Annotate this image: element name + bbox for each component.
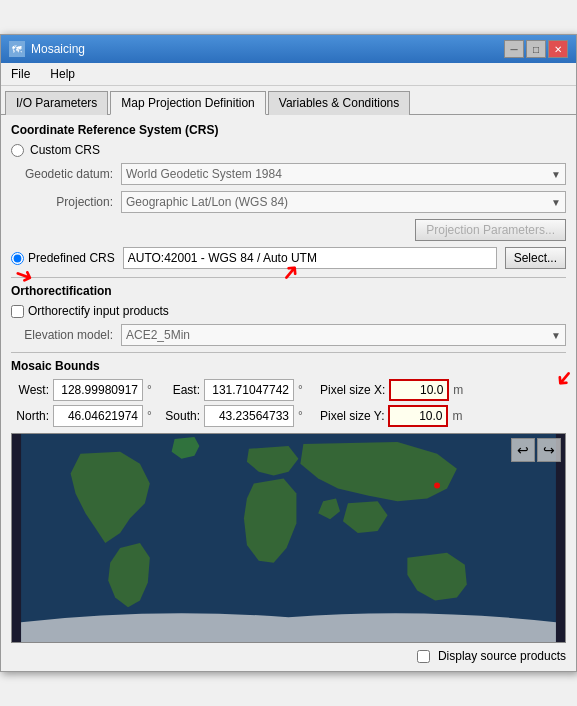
bounds-row-1: West: 128.99980917 ° East: 131.71047742 … [11, 379, 566, 401]
north-label: North: [11, 409, 49, 423]
south-input[interactable]: 43.23564733 [204, 405, 294, 427]
map-container: ↩ ↪ [11, 433, 566, 643]
pixel-y-input[interactable]: 10.0 [388, 405, 448, 427]
map-redo-button[interactable]: ↪ [537, 438, 561, 462]
west-input[interactable]: 128.99980917 [53, 379, 143, 401]
elevation-label: Elevation model: [11, 328, 121, 342]
predefined-crs-input[interactable]: AUTO:42001 - WGS 84 / Auto UTM [123, 247, 497, 269]
orthorectify-checkbox[interactable] [11, 305, 24, 318]
geodetic-value: World Geodetic System 1984 [126, 167, 282, 181]
north-unit: ° [147, 409, 161, 423]
mosaic-bounds-label: Mosaic Bounds [11, 359, 566, 373]
proj-params-row: Projection Parameters... [11, 219, 566, 241]
orthorectify-label: Orthorectify input products [28, 304, 169, 318]
map-nav-buttons: ↩ ↪ [511, 438, 561, 462]
select-button[interactable]: Select... [505, 247, 566, 269]
elevation-dropdown[interactable]: ACE2_5Min ▼ [121, 324, 566, 346]
custom-crs-radio[interactable] [11, 144, 24, 157]
crs-section-label: Coordinate Reference System (CRS) [11, 123, 566, 137]
tab-map-projection[interactable]: Map Projection Definition [110, 91, 265, 115]
custom-crs-row: Custom CRS [11, 143, 566, 157]
geodetic-label: Geodetic datum: [11, 167, 121, 181]
title-bar-left: 🗺 Mosaicing [9, 41, 85, 57]
geodetic-row: Geodetic datum: World Geodetic System 19… [11, 163, 566, 185]
projection-arrow-icon: ▼ [551, 197, 561, 208]
display-source-label: Display source products [438, 649, 566, 663]
window-title: Mosaicing [31, 42, 85, 56]
orthorectify-row: Orthorectify input products [11, 304, 566, 318]
bounds-row-2: North: 46.04621974 ° South: 43.23564733 … [11, 405, 566, 427]
bottom-row: Display source products [11, 649, 566, 663]
elevation-row: Elevation model: ACE2_5Min ▼ [11, 324, 566, 346]
south-unit: ° [298, 409, 312, 423]
main-window: 🗺 Mosaicing ─ □ ✕ File Help I/O Paramete… [0, 34, 577, 672]
map-undo-button[interactable]: ↩ [511, 438, 535, 462]
predefined-crs-label: Predefined CRS [28, 251, 115, 265]
tab-content: Coordinate Reference System (CRS) Custom… [1, 115, 576, 671]
east-unit: ° [298, 383, 312, 397]
predefined-crs-row: Predefined CRS AUTO:42001 - WGS 84 / Aut… [11, 247, 566, 269]
maximize-button[interactable]: □ [526, 40, 546, 58]
projection-value: Geographic Lat/Lon (WGS 84) [126, 195, 288, 209]
tab-io-parameters[interactable]: I/O Parameters [5, 91, 108, 115]
custom-crs-label: Custom CRS [30, 143, 100, 157]
north-input[interactable]: 46.04621974 [53, 405, 143, 427]
pixel-y-unit: m [452, 409, 466, 423]
title-bar: 🗺 Mosaicing ─ □ ✕ [1, 35, 576, 63]
divider-1 [11, 277, 566, 278]
pixel-y-label: Pixel size Y: [320, 409, 384, 423]
menubar: File Help [1, 63, 576, 86]
geodetic-arrow-icon: ▼ [551, 169, 561, 180]
west-label: West: [11, 383, 49, 397]
east-input[interactable]: 131.71047742 [204, 379, 294, 401]
app-icon: 🗺 [9, 41, 25, 57]
ortho-section-label: Orthorectification [11, 284, 566, 298]
world-map-svg [12, 434, 565, 642]
divider-2 [11, 352, 566, 353]
tabs-bar: I/O Parameters Map Projection Definition… [1, 86, 576, 115]
proj-params-button[interactable]: Projection Parameters... [415, 219, 566, 241]
elevation-value: ACE2_5Min [126, 328, 190, 342]
minimize-button[interactable]: ─ [504, 40, 524, 58]
pixel-x-input[interactable]: 10.0 [389, 379, 449, 401]
south-label: South: [165, 409, 200, 423]
elevation-arrow-icon: ▼ [551, 330, 561, 341]
projection-label: Projection: [11, 195, 121, 209]
projection-row: Projection: Geographic Lat/Lon (WGS 84) … [11, 191, 566, 213]
geodetic-dropdown[interactable]: World Geodetic System 1984 ▼ [121, 163, 566, 185]
title-controls: ─ □ ✕ [504, 40, 568, 58]
east-label: East: [165, 383, 200, 397]
pixel-x-unit: m [453, 383, 467, 397]
pixel-x-label: Pixel size X: [320, 383, 385, 397]
menu-help[interactable]: Help [44, 65, 81, 83]
tab-variables[interactable]: Variables & Conditions [268, 91, 411, 115]
menu-file[interactable]: File [5, 65, 36, 83]
display-source-checkbox[interactable] [417, 650, 430, 663]
close-button[interactable]: ✕ [548, 40, 568, 58]
predefined-crs-radio[interactable] [11, 252, 24, 265]
svg-point-1 [434, 483, 440, 489]
west-unit: ° [147, 383, 161, 397]
projection-dropdown[interactable]: Geographic Lat/Lon (WGS 84) ▼ [121, 191, 566, 213]
